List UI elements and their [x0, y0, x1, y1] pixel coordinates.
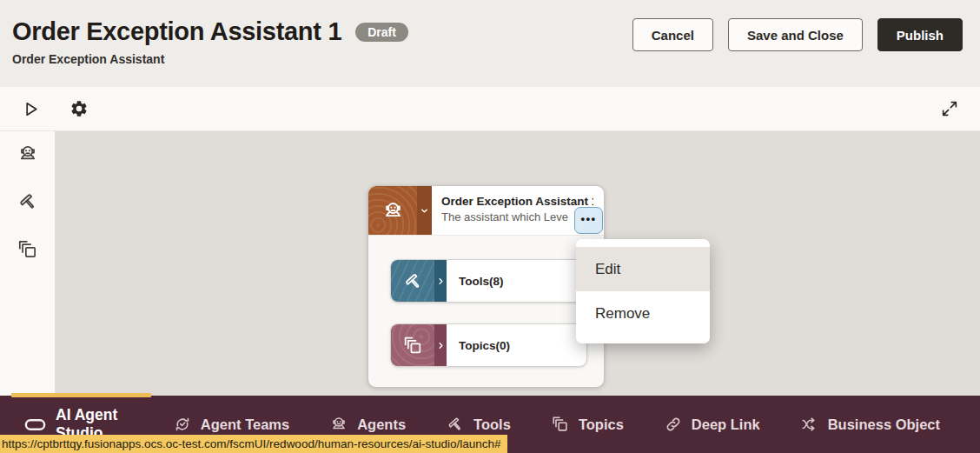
- menu-item-edit[interactable]: Edit: [576, 247, 710, 291]
- page-header: Order Exception Assistant 1 Draft Order …: [0, 0, 980, 87]
- link-url-status-bar: https://cptbrttqy.fusionapps.ocs.oc-test…: [0, 435, 507, 453]
- palette-agent-button[interactable]: [17, 143, 39, 165]
- nav-item-agent-teams[interactable]: Agent Teams: [173, 415, 289, 434]
- status-badge: Draft: [355, 23, 408, 42]
- nav-item-agents[interactable]: Agents: [329, 415, 406, 434]
- palette-topics-button[interactable]: [17, 238, 39, 261]
- nav-item-deep-link[interactable]: Deep Link: [664, 415, 760, 434]
- nav-item-business-object[interactable]: Business Object: [800, 415, 940, 434]
- agent-card-title: Order Exception Assistant 1: [441, 195, 593, 208]
- nav-item-label: Agents: [357, 416, 406, 433]
- menu-item-remove[interactable]: Remove: [576, 291, 710, 336]
- settings-button[interactable]: [70, 99, 89, 118]
- tools-node-expand-strip[interactable]: [434, 260, 447, 302]
- topics-node-icon-block: [391, 324, 434, 366]
- oracle-logo-icon: [24, 414, 46, 436]
- topics-node[interactable]: Topics(0): [390, 323, 587, 367]
- agent-context-menu: Edit Remove: [576, 239, 710, 343]
- agent-card-menu-button[interactable]: •••: [574, 207, 603, 234]
- agent-card-header[interactable]: Order Exception Assistant 1 The assistan…: [368, 186, 604, 236]
- chevron-down-icon: [419, 205, 430, 217]
- expand-icon: [940, 99, 959, 118]
- shuffle-arrows-icon: [800, 415, 819, 434]
- layers-icon: [551, 415, 570, 434]
- cancel-button[interactable]: Cancel: [632, 18, 713, 51]
- palette-tools-button[interactable]: [17, 190, 39, 213]
- hammer-icon: [17, 190, 39, 213]
- nav-item-topics[interactable]: Topics: [551, 415, 624, 434]
- layers-icon: [17, 238, 39, 261]
- nav-item-label: Topics: [579, 416, 624, 433]
- chevron-right-icon: [436, 341, 446, 350]
- page-title: Order Exception Assistant 1: [12, 17, 341, 46]
- tools-node-icon-block: [391, 260, 434, 302]
- gear-icon: [70, 99, 89, 118]
- run-preview-button[interactable]: [21, 99, 41, 119]
- agent-card-collapse-strip[interactable]: [417, 186, 432, 235]
- tools-node[interactable]: Tools(8): [390, 259, 587, 303]
- nav-item-label: Business Object: [828, 416, 940, 433]
- nav-item-label: Deep Link: [692, 416, 760, 433]
- save-and-close-button[interactable]: Save and Close: [728, 18, 863, 51]
- link-icon: [664, 415, 683, 434]
- agent-icon: [17, 143, 39, 165]
- page-subtitle: Order Exception Assistant: [12, 52, 408, 66]
- nav-item-label: Agent Teams: [201, 416, 289, 433]
- nav-item-tools[interactable]: Tools: [446, 415, 511, 434]
- layers-icon: [402, 335, 424, 356]
- topics-node-label: Topics(0): [447, 324, 586, 366]
- agent-card-description: The assistant which Leve: [441, 210, 593, 223]
- publish-button[interactable]: Publish: [877, 18, 963, 51]
- design-canvas[interactable]: Order Exception Assistant 1 The assistan…: [56, 131, 980, 396]
- chevron-right-icon: [436, 276, 446, 286]
- tools-node-label: Tools(8): [447, 260, 586, 302]
- palette-sidebar: [0, 131, 56, 396]
- agent-icon: [329, 415, 348, 434]
- expand-canvas-button[interactable]: [940, 99, 959, 118]
- hammer-icon: [402, 270, 424, 292]
- play-icon: [21, 99, 41, 119]
- nav-item-label: Tools: [473, 416, 511, 433]
- agent-icon: [381, 199, 405, 223]
- active-tab-indicator: [11, 393, 151, 397]
- agent-card-icon-block: [368, 186, 417, 235]
- topics-node-expand-strip[interactable]: [434, 324, 447, 366]
- hammer-icon: [446, 415, 465, 434]
- agent-card[interactable]: Order Exception Assistant 1 The assistan…: [368, 185, 605, 388]
- canvas-toolbar: [0, 87, 980, 131]
- sync-check-icon: [173, 415, 192, 434]
